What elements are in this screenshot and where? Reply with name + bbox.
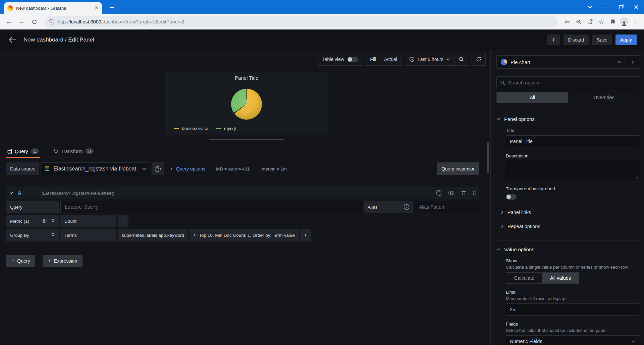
chevron-down-icon [496, 118, 500, 120]
extensions-icon[interactable] [608, 17, 618, 27]
chevron-down-icon [496, 248, 500, 251]
window-close-button[interactable]: ✕ [629, 0, 644, 14]
lucene-query-input[interactable] [60, 201, 362, 213]
page-info-icon[interactable]: i [49, 19, 54, 24]
actual-button[interactable]: Actual [380, 53, 401, 65]
new-tab-button[interactable]: + [107, 3, 117, 13]
datasource-picker[interactable]: Elasticsearch_logstash-via-filebeat [41, 162, 150, 175]
add-metric-button[interactable]: + [118, 215, 128, 227]
limit-input[interactable] [506, 303, 639, 316]
zoom-out-time-button[interactable] [454, 53, 468, 65]
add-expression-button[interactable]: +Expression [43, 255, 83, 267]
table-view-switch[interactable] [347, 57, 358, 62]
query-inspector-button[interactable]: Query inspector [437, 162, 479, 175]
remove-query-trash-icon[interactable] [461, 190, 466, 196]
datasource-row: Data source Elasticsearch_logstash-via-f… [6, 162, 479, 175]
groupby-field-button[interactable]: kubernetes.labels.app.keyword [118, 229, 188, 242]
query-count-badge: 1 [31, 148, 39, 154]
share-icon[interactable] [585, 17, 595, 27]
search-options-input[interactable] [508, 80, 636, 85]
transform-count-badge: 0 [86, 148, 94, 154]
metric-trash-icon[interactable] [51, 219, 55, 223]
bookmark-star-icon[interactable]: ☆ [596, 17, 606, 27]
back-button[interactable] [7, 35, 17, 45]
browser-tab[interactable]: New dashboard - Grafana ✕ [4, 2, 102, 14]
browser-forward-icon[interactable]: → [16, 16, 27, 27]
zoom-icon[interactable] [574, 17, 584, 27]
time-range-picker[interactable]: Last 6 hours [405, 53, 454, 65]
query-ref-datasource: (Elasticsearch_logstash-via-filebeat) [41, 191, 432, 196]
tab-search-icon[interactable] [582, 0, 598, 14]
groupby-type-button[interactable]: Terms [60, 229, 116, 242]
fill-button[interactable]: Fill [366, 53, 380, 65]
metric-type-button[interactable]: Count [60, 215, 116, 227]
add-groupby-button[interactable]: + [300, 229, 311, 242]
main-scrollbar[interactable] [487, 142, 489, 173]
window-minimize-button[interactable] [598, 0, 613, 14]
panel-preview[interactable]: Panel Title booksservice mysql [165, 72, 328, 135]
alias-input[interactable] [415, 201, 479, 213]
resize-corner-icon[interactable] [635, 176, 638, 179]
tab-title: New dashboard - Grafana [16, 6, 91, 11]
panel-resize-handle[interactable] [209, 139, 284, 140]
query-ref-letter: A [18, 190, 21, 196]
refresh-button[interactable] [472, 53, 485, 65]
tab-all[interactable]: All [497, 92, 568, 103]
tab-overrides[interactable]: Overrides [568, 92, 640, 103]
main-area: Table view Fill Actual Last 6 hours [0, 50, 487, 345]
chevron-down-icon [632, 340, 635, 343]
datasource-help-button[interactable]: ? [152, 162, 164, 175]
save-button[interactable]: Save [592, 34, 612, 45]
window-restore-button[interactable] [613, 0, 629, 14]
options-tabs: All Overrides [496, 92, 640, 103]
description-textarea[interactable] [506, 161, 639, 180]
omnibox[interactable]: i http://localhost:3000/dashboard/new?or… [44, 16, 557, 27]
panel-options-header[interactable]: Panel options [496, 116, 640, 122]
repeat-options-section[interactable]: Repeat options [501, 219, 640, 233]
drag-handle-icon[interactable] [473, 190, 476, 196]
show-radio-group: Calculate All values [506, 272, 579, 284]
metric-eye-icon[interactable] [41, 219, 47, 223]
panel-settings-button[interactable] [547, 34, 560, 45]
query-a-header[interactable]: A (Elasticsearch_logstash-via-filebeat) [6, 187, 479, 199]
chevron-down-icon [142, 168, 146, 170]
tab-close-icon[interactable]: ✕ [94, 5, 99, 11]
password-key-icon[interactable] [562, 17, 572, 27]
calculate-option[interactable]: Calculate [506, 273, 542, 283]
alias-info-icon[interactable]: i [404, 204, 409, 210]
tab-transform[interactable]: Transform 0 [52, 148, 95, 157]
panel-title: Panel Title [165, 72, 328, 81]
alias-label: Alias i [364, 201, 413, 213]
query-options-toggle[interactable]: Query options [176, 166, 205, 171]
add-query-button[interactable]: +Query [6, 255, 35, 267]
legend-item[interactable]: booksservice [174, 126, 208, 131]
panel-links-section[interactable]: Panel links [501, 205, 640, 219]
chevron-right-icon [170, 167, 173, 171]
chevron-right-icon [501, 224, 503, 228]
viz-suggestions-button[interactable] [626, 56, 640, 68]
groupby-settings-button[interactable]: Top 10, Min Doc Count: 1, Order by: Term… [190, 229, 299, 242]
viz-picker[interactable]: Pie chart [497, 56, 626, 68]
description-label: Description [506, 153, 639, 158]
browser-reload-icon[interactable] [29, 16, 40, 27]
apply-button[interactable]: Apply [615, 34, 637, 45]
groupby-trash-icon[interactable] [51, 233, 55, 237]
browser-menu-icon[interactable]: ⋮ [631, 17, 641, 27]
profile-avatar[interactable] [619, 17, 629, 27]
tab-query[interactable]: Query 1 [6, 148, 40, 157]
panel-title-input[interactable] [506, 135, 639, 147]
all-values-option[interactable]: All values [542, 273, 579, 283]
duplicate-query-icon[interactable] [436, 190, 441, 196]
value-options-header[interactable]: Value options [496, 247, 640, 252]
hide-query-eye-icon[interactable] [448, 191, 454, 195]
browser-back-icon[interactable]: ← [3, 16, 14, 27]
viz-name: Pie chart [511, 59, 614, 65]
transparent-bg-toggle[interactable] [506, 194, 517, 200]
value-options-section: Value options Show Calculate a single va… [496, 240, 640, 345]
discard-button[interactable]: Discard [564, 34, 589, 45]
database-icon [7, 149, 12, 154]
limit-label: Limit [506, 290, 639, 295]
table-view-toggle[interactable]: Table view [318, 53, 362, 65]
fields-select[interactable]: Numeric Fields [506, 335, 639, 345]
legend-item[interactable]: mysql [216, 126, 236, 131]
